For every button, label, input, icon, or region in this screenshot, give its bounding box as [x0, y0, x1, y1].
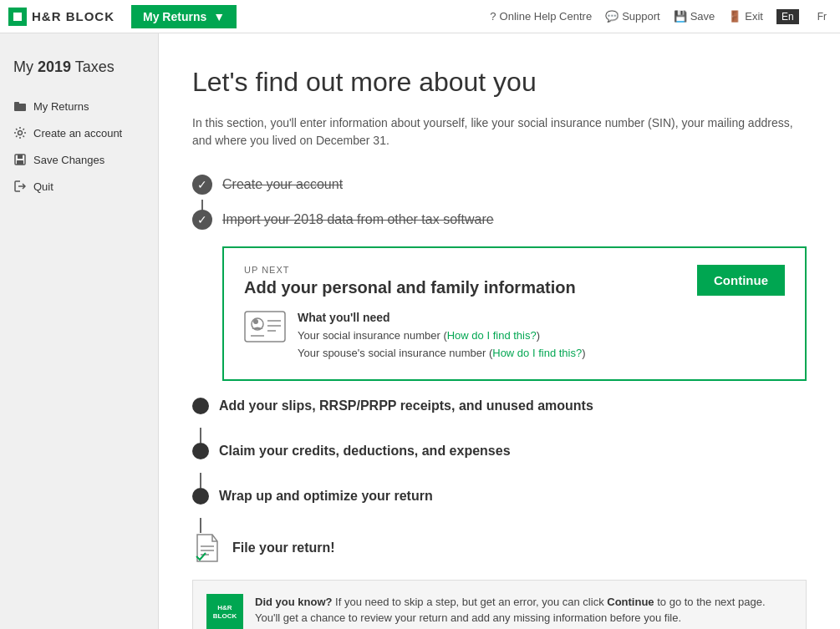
logo-box-inner: [13, 13, 22, 21]
svg-rect-0: [14, 104, 26, 111]
help-link[interactable]: ? Online Help Centre: [490, 10, 592, 23]
logo-box: [8, 8, 27, 26]
exit-label: Exit: [745, 10, 763, 23]
sidebar: My 2019 Taxes My Returns Create an accou…: [0, 33, 159, 629]
step-dot-wrap: [192, 488, 209, 505]
sidebar-item-quit[interactable]: Quit: [0, 173, 158, 200]
folder-icon: [13, 99, 27, 113]
what-you-need-content: What you'll need Your social insurance n…: [298, 311, 586, 363]
dyk-logo: H&RBLOCK: [206, 594, 243, 629]
step-credits: Claim your credits, deductions, and expe…: [192, 443, 807, 459]
svg-rect-5: [17, 160, 23, 165]
up-next-info: UP NEXT Add your personal and family inf…: [244, 265, 576, 297]
sidebar-save-changes-label: Save Changes: [33, 154, 104, 166]
what-text: Your social insurance number (How do I f…: [298, 327, 586, 363]
exit-icon: 🚪: [728, 10, 741, 23]
sin-text-1-end: ): [537, 329, 540, 342]
save-icon: [13, 153, 27, 166]
step-check-2: ✓: [192, 210, 212, 230]
header: H&R BLOCK My Returns ▼ ? Online Help Cen…: [0, 0, 840, 33]
support-link[interactable]: 💬 Support: [605, 10, 660, 23]
vert-line-2: [200, 473, 201, 488]
logo: H&R BLOCK: [8, 8, 115, 26]
did-you-know: H&RBLOCK Did you know? If you need to sk…: [192, 580, 807, 629]
svg-marker-13: [197, 535, 217, 561]
sin-text-1: Your social insurance number (: [298, 329, 447, 342]
dyk-logo-text: H&RBLOCK: [213, 604, 237, 620]
up-next-header: UP NEXT Add your personal and family inf…: [244, 265, 785, 297]
sidebar-item-create-account[interactable]: Create an account: [0, 119, 158, 146]
dyk-continue-word: Continue: [607, 596, 654, 608]
vert-line-3: [200, 518, 201, 533]
what-label: What you'll need: [298, 311, 586, 324]
lang-fr[interactable]: Fr: [812, 9, 832, 24]
sidebar-year: 2019: [38, 58, 71, 75]
dropdown-icon: ▼: [213, 10, 225, 23]
sin-help-link-1[interactable]: How do I find this?: [447, 329, 537, 342]
up-next-tag: UP NEXT: [244, 265, 576, 275]
sidebar-my-returns-label: My Returns: [33, 100, 89, 113]
step-credits-label: Claim your credits, deductions, and expe…: [219, 444, 511, 459]
svg-point-2: [18, 131, 23, 135]
sidebar-item-my-returns[interactable]: My Returns: [0, 93, 158, 119]
id-card-icon: [244, 311, 286, 344]
step-wrap-label: Wrap up and optimize your return: [219, 489, 433, 504]
sin-text-2-end: ): [582, 347, 585, 359]
sidebar-quit-label: Quit: [33, 180, 53, 193]
dyk-text: Did you know? If you need to skip a step…: [255, 594, 792, 626]
step-dot-credits: [192, 443, 209, 459]
dyk-prefix: Did you know?: [255, 596, 332, 608]
gear-icon: [13, 126, 27, 139]
exit-link[interactable]: 🚪 Exit: [728, 10, 763, 23]
my-returns-label: My Returns: [143, 10, 206, 23]
help-label: Online Help Centre: [500, 10, 593, 23]
logo-text: H&R BLOCK: [32, 9, 115, 23]
svg-point-12: [253, 319, 258, 324]
step-wrap-up: Wrap up and optimize your return: [192, 488, 807, 505]
intro-text: In this section, you'll enter informatio…: [192, 114, 807, 150]
step-dot-slips: [192, 398, 209, 414]
vert-line-1: [200, 428, 201, 443]
support-label: Support: [622, 10, 660, 23]
quit-icon: [13, 180, 27, 193]
steps-container: ✓ Create your account ✓ Import your 2018…: [192, 175, 807, 230]
header-right: ? Online Help Centre 💬 Support 💾 Save 🚪 …: [490, 9, 832, 24]
svg-rect-6: [245, 312, 285, 342]
sidebar-create-account-label: Create an account: [33, 127, 122, 139]
step-slips-label: Add your slips, RRSP/PRPP receipts, and …: [219, 398, 593, 413]
sin-help-link-2[interactable]: How do I find this?: [492, 347, 582, 359]
step-label-import: Import your 2018 data from other tax sof…: [222, 212, 494, 227]
support-icon: 💬: [605, 10, 619, 23]
svg-rect-1: [14, 102, 19, 104]
svg-rect-4: [18, 155, 23, 159]
step-import-data: ✓ Import your 2018 data from other tax s…: [192, 210, 807, 230]
remaining-steps: Add your slips, RRSP/PRPP receipts, and …: [192, 398, 807, 563]
save-icon: 💾: [674, 10, 687, 23]
sidebar-title: My 2019 Taxes: [0, 50, 158, 93]
up-next-box: UP NEXT Add your personal and family inf…: [222, 246, 807, 381]
question-icon: ?: [490, 10, 496, 23]
file-step: File your return!: [192, 533, 807, 563]
what-you-need: What you'll need Your social insurance n…: [244, 311, 785, 363]
my-returns-button[interactable]: My Returns ▼: [131, 5, 237, 28]
up-next-title: Add your personal and family information: [244, 278, 576, 297]
continue-button[interactable]: Continue: [697, 265, 785, 296]
step-check-1: ✓: [192, 175, 212, 195]
file-icon: [192, 533, 222, 563]
sin-text-2: Your spouse's social insurance number (: [298, 347, 492, 359]
lang-en[interactable]: En: [776, 9, 799, 24]
dyk-body: If you need to skip a step, but get an e…: [335, 596, 607, 608]
step-create-account: ✓ Create your account: [192, 175, 807, 195]
file-label: File your return!: [232, 540, 335, 555]
sidebar-item-save-changes[interactable]: Save Changes: [0, 146, 158, 173]
save-label: Save: [690, 10, 715, 23]
save-link[interactable]: 💾 Save: [674, 10, 715, 23]
page-title: Let's find out more about you: [192, 67, 807, 98]
main-content: Let's find out more about you In this se…: [159, 33, 840, 629]
layout: My 2019 Taxes My Returns Create an accou…: [0, 33, 840, 629]
step-label-create-account: Create your account: [222, 177, 343, 192]
step-slips: Add your slips, RRSP/PRPP receipts, and …: [192, 398, 807, 414]
